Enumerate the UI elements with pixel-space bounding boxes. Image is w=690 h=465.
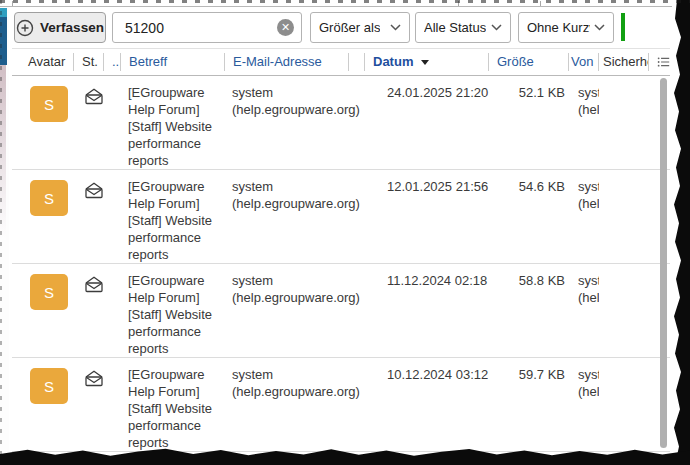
gap-cell [349, 358, 365, 451]
from-cell: system (help.egroupware.org) [569, 76, 599, 169]
open-envelope-icon[interactable] [83, 86, 104, 109]
avatar-cell: S [12, 358, 74, 451]
torn-edge-top [0, 0, 690, 3]
security-cell [599, 170, 649, 263]
open-envelope-icon[interactable] [83, 368, 104, 391]
list-columns-icon [657, 55, 670, 69]
size-cell: 59.7 KB [489, 358, 569, 451]
header-date[interactable]: Datum [365, 53, 489, 71]
email-cell[interactable]: system (help.egroupware.org) [225, 358, 349, 451]
avatar-cell: S [12, 170, 74, 263]
header-gap [349, 53, 365, 71]
search-box: ✕ [112, 12, 302, 43]
avatar-initial: S [44, 96, 54, 113]
plus-circle-icon [16, 19, 34, 37]
clear-search-icon[interactable]: ✕ [277, 19, 294, 36]
avatar: S [30, 274, 68, 310]
avatar: S [30, 368, 68, 404]
search-input[interactable] [123, 19, 277, 37]
date-cell: 12.01.2025 21:56 [365, 170, 489, 263]
gap-cell [349, 76, 365, 169]
compose-button[interactable]: Verfassen [14, 12, 106, 43]
avatar-initial: S [44, 284, 54, 301]
status-cell [74, 358, 104, 451]
status-cell [74, 264, 104, 357]
gap-cell [349, 264, 365, 357]
mail-list: Avatar St. ... Betreff E-Mail-Adresse Da… [12, 48, 670, 465]
email-cell[interactable]: system (help.egroupware.org) [225, 76, 349, 169]
dots-cell [104, 76, 121, 169]
status-cell [74, 170, 104, 263]
header-avatar: Avatar [12, 53, 74, 71]
dots-cell [104, 170, 121, 263]
avatar-cell: S [12, 76, 74, 169]
preview-filter-label: Ohne Kurzvor [527, 20, 590, 35]
mail-app-screenshot: Verfassen ✕ Größer als Alle Status Ohne … [0, 0, 690, 465]
subject-cell[interactable]: [EGroupware Help Forum] [Staff] Website … [121, 76, 225, 169]
chevron-down-icon [491, 24, 502, 31]
header-from[interactable]: Von [569, 53, 599, 71]
avatar-cell: S [12, 264, 74, 357]
header-email[interactable]: E-Mail-Adresse [225, 53, 349, 71]
column-selector-button[interactable] [649, 53, 670, 71]
security-cell [599, 358, 649, 451]
dots-cell [104, 264, 121, 357]
sort-desc-icon [421, 60, 429, 65]
mail-list-header: Avatar St. ... Betreff E-Mail-Adresse Da… [12, 48, 670, 76]
email-cell[interactable]: system (help.egroupware.org) [225, 264, 349, 357]
from-cell: system (help.egroupware.org) [569, 358, 599, 451]
gap-cell [349, 170, 365, 263]
dots-cell [104, 358, 121, 451]
torn-edge-left [0, 0, 2, 465]
header-dots[interactable]: ... [104, 53, 121, 71]
date-cell: 11.12.2024 02:18 [365, 264, 489, 357]
email-cell[interactable]: system (help.egroupware.org) [225, 170, 349, 263]
status-indicator-bar [621, 13, 625, 41]
chevron-down-icon [390, 24, 401, 31]
status-filter-dropdown[interactable]: Alle Status [415, 12, 511, 43]
avatar: S [30, 180, 68, 216]
compose-button-label: Verfassen [40, 20, 104, 35]
date-cell: 24.01.2025 21:20 [365, 76, 489, 169]
header-status: St. [74, 53, 104, 71]
torn-edge-right [670, 0, 690, 465]
size-filter-label: Größer als [319, 20, 380, 35]
mail-row[interactable]: S [EGroupware Help Forum] [Staff] Websit… [12, 76, 670, 170]
from-cell: system (help.egroupware.org) [569, 264, 599, 357]
status-filter-label: Alle Status [424, 20, 486, 35]
avatar-initial: S [44, 190, 54, 207]
mail-row[interactable]: S [EGroupware Help Forum] [Staff] Websit… [12, 358, 670, 452]
header-subject[interactable]: Betreff [121, 53, 225, 71]
from-cell: system (help.egroupware.org) [569, 170, 599, 263]
avatar: S [30, 86, 68, 122]
status-cell [74, 76, 104, 169]
size-filter-dropdown[interactable]: Größer als [310, 12, 410, 43]
header-security: Sicherheit [599, 53, 649, 71]
vertical-scrollbar[interactable] [660, 78, 667, 448]
size-cell: 52.1 KB [489, 76, 569, 169]
avatar-initial: S [44, 378, 54, 395]
subject-cell[interactable]: [EGroupware Help Forum] [Staff] Website … [121, 358, 225, 451]
size-cell: 54.6 KB [489, 170, 569, 263]
security-cell [599, 264, 649, 357]
security-cell [599, 76, 649, 169]
chevron-down-icon [594, 24, 605, 31]
open-envelope-icon[interactable] [83, 180, 104, 203]
mail-row[interactable]: S [EGroupware Help Forum] [Staff] Websit… [12, 264, 670, 358]
subject-cell[interactable]: [EGroupware Help Forum] [Staff] Website … [121, 170, 225, 263]
mail-toolbar: Verfassen ✕ Größer als Alle Status Ohne … [10, 8, 670, 48]
date-cell: 10.12.2024 03:12 [365, 358, 489, 451]
open-envelope-icon[interactable] [83, 274, 104, 297]
header-size[interactable]: Größe [489, 53, 569, 71]
mail-row[interactable]: S [EGroupware Help Forum] [Staff] Websit… [12, 170, 670, 264]
subject-cell[interactable]: [EGroupware Help Forum] [Staff] Website … [121, 264, 225, 357]
size-cell: 58.8 KB [489, 264, 569, 357]
header-date-label: Datum [373, 54, 413, 69]
preview-filter-dropdown[interactable]: Ohne Kurzvor [518, 12, 614, 43]
